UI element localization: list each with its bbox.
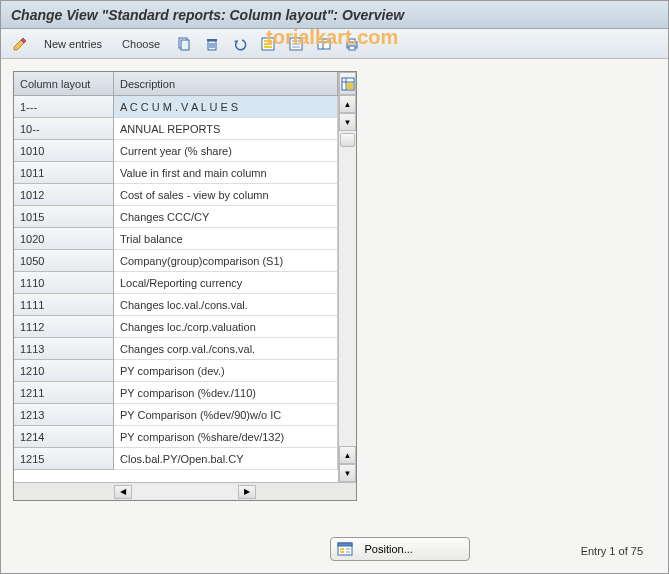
cell-description[interactable]: Changes loc.val./cons.val. [114,294,338,316]
svg-rect-3 [207,39,217,41]
cell-description[interactable]: PY comparison (dev.) [114,360,338,382]
cell-column-layout[interactable]: 1111 [14,294,114,316]
cell-description[interactable]: Cost of sales - view by column [114,184,338,206]
cell-column-layout[interactable]: 1210 [14,360,114,382]
triangle-up-icon: ▲ [344,100,352,109]
print-icon [344,36,360,52]
scroll-track[interactable] [339,131,356,446]
scroll-up-button[interactable]: ▲ [339,95,356,113]
table-row[interactable]: 1020Trial balance [14,228,338,250]
table-row[interactable]: 1211PY comparison (%dev./110) [14,382,338,404]
select-all-button[interactable] [255,33,281,55]
cell-description[interactable]: Company(group)comparison (S1) [114,250,338,272]
scroll-down-button[interactable]: ▼ [339,113,356,131]
print-button[interactable] [339,33,365,55]
cell-description[interactable]: Changes loc./corp.valuation [114,316,338,338]
svg-rect-9 [264,43,272,45]
table-row[interactable]: 1010Current year (% share) [14,140,338,162]
triangle-right-icon: ▶ [244,487,250,496]
trash-icon [204,36,220,52]
table-row[interactable]: 1215Clos.bal.PY/Open.bal.CY [14,448,338,470]
cell-description[interactable]: Changes corp.val./cons.val. [114,338,338,360]
cell-description[interactable]: Trial balance [114,228,338,250]
scroll-thumb[interactable] [340,133,355,147]
svg-rect-29 [346,548,350,550]
cell-description[interactable]: PY Comparison (%dev/90)w/o IC [114,404,338,426]
header-column-layout[interactable]: Column layout [14,72,114,95]
svg-rect-24 [347,83,353,89]
cell-column-layout[interactable]: 1213 [14,404,114,426]
table-row[interactable]: 1112Changes loc./corp.valuation [14,316,338,338]
column-layout-table: Column layout Description 1---A C C U M … [14,72,338,482]
svg-rect-27 [340,548,344,550]
hscroll-track[interactable] [132,485,238,499]
scroll-up2-button[interactable]: ▲ [339,446,356,464]
svg-rect-10 [264,46,272,48]
svg-rect-12 [292,40,300,42]
content-area: Column layout Description 1---A C C U M … [1,59,668,573]
cell-description[interactable]: A C C U M . V A L U E S [114,96,338,118]
table-row[interactable]: 1015Changes CCC/CY [14,206,338,228]
triangle-up-icon: ▲ [344,451,352,460]
svg-rect-13 [292,43,300,45]
table-row[interactable]: 1111Changes loc.val./cons.val. [14,294,338,316]
cell-column-layout[interactable]: 1--- [14,96,114,118]
cell-column-layout[interactable]: 1110 [14,272,114,294]
cell-description[interactable]: PY comparison (%share/dev/132) [114,426,338,448]
undo-button[interactable] [227,33,253,55]
cell-column-layout[interactable]: 1011 [14,162,114,184]
cell-description[interactable]: Changes CCC/CY [114,206,338,228]
table-row[interactable]: 1110Local/Reporting currency [14,272,338,294]
scroll-down2-button[interactable]: ▼ [339,464,356,482]
new-entries-button[interactable]: New entries [35,33,111,55]
cell-description[interactable]: Clos.bal.PY/Open.bal.CY [114,448,338,470]
header-description[interactable]: Description [114,72,338,95]
cell-description[interactable]: Current year (% share) [114,140,338,162]
delete-button[interactable] [199,33,225,55]
table-row[interactable]: 1214PY comparison (%share/dev/132) [14,426,338,448]
scroll-right-button[interactable]: ▶ [238,485,256,499]
cell-column-layout[interactable]: 1214 [14,426,114,448]
cell-description[interactable]: Local/Reporting currency [114,272,338,294]
table-row[interactable]: 1210PY comparison (dev.) [14,360,338,382]
cell-column-layout[interactable]: 1010 [14,140,114,162]
cell-column-layout[interactable]: 1215 [14,448,114,470]
table-row[interactable]: 1113Changes corp.val./cons.val. [14,338,338,360]
cell-description[interactable]: PY comparison (%dev./110) [114,382,338,404]
table-settings-icon [316,36,332,52]
deselect-all-icon [288,36,304,52]
choose-label: Choose [122,38,160,50]
svg-rect-20 [349,46,355,50]
svg-rect-26 [338,543,352,546]
svg-rect-15 [318,39,330,49]
table-row[interactable]: 1---A C C U M . V A L U E S [14,96,338,118]
copy-button[interactable] [171,33,197,55]
svg-rect-28 [340,551,344,553]
cell-column-layout[interactable]: 1113 [14,338,114,360]
cell-description[interactable]: ANNUAL REPORTS [114,118,338,140]
scroll-left-button[interactable]: ◀ [114,485,132,499]
table-row[interactable]: 1011Value in first and main column [14,162,338,184]
position-button[interactable]: Position... [330,537,470,561]
edit-button[interactable] [7,33,33,55]
vertical-scrollbar: ▲ ▼ ▲ ▼ [338,72,356,482]
svg-rect-14 [292,46,300,48]
cell-description[interactable]: Value in first and main column [114,162,338,184]
pencil-icon [12,36,28,52]
table-config-button[interactable] [339,72,356,95]
cell-column-layout[interactable]: 1050 [14,250,114,272]
config-button[interactable] [311,33,337,55]
cell-column-layout[interactable]: 1015 [14,206,114,228]
table-row[interactable]: 1213PY Comparison (%dev/90)w/o IC [14,404,338,426]
cell-column-layout[interactable]: 1112 [14,316,114,338]
table-row[interactable]: 10--ANNUAL REPORTS [14,118,338,140]
choose-button[interactable]: Choose [113,33,169,55]
table-row[interactable]: 1050Company(group)comparison (S1) [14,250,338,272]
cell-column-layout[interactable]: 1211 [14,382,114,404]
cell-column-layout[interactable]: 10-- [14,118,114,140]
svg-rect-1 [181,40,189,50]
deselect-all-button[interactable] [283,33,309,55]
cell-column-layout[interactable]: 1020 [14,228,114,250]
cell-column-layout[interactable]: 1012 [14,184,114,206]
table-row[interactable]: 1012Cost of sales - view by column [14,184,338,206]
